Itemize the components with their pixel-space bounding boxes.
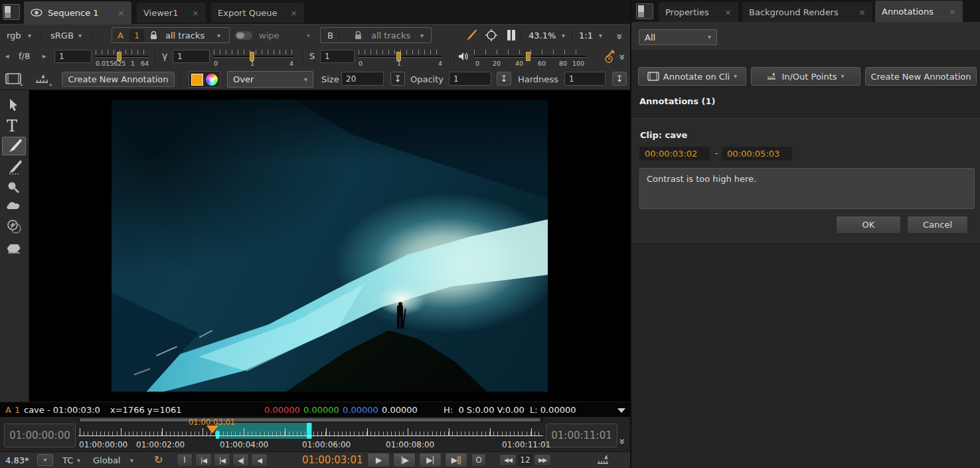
playhead-marker[interactable] — [206, 426, 218, 433]
mark-in-button[interactable]: I — [177, 453, 193, 467]
brush-tool-selected[interactable] — [2, 137, 26, 155]
slider-handle[interactable] — [526, 52, 531, 61]
chevron-down-icon[interactable] — [28, 33, 31, 39]
tab-properties[interactable]: Properties — [659, 2, 738, 22]
current-color-swatch[interactable] — [191, 74, 203, 86]
eye-icon[interactable] — [31, 9, 42, 17]
goto-end-button[interactable]: ▶|| — [445, 453, 467, 467]
playback-speed[interactable]: 4.83* — [5, 455, 29, 465]
input-a-label[interactable]: A — [118, 31, 123, 40]
collapse-row-icon[interactable] — [613, 33, 625, 40]
sample-timer-icon[interactable] — [599, 49, 616, 64]
gain-input[interactable]: 1 — [54, 50, 92, 63]
chevron-down-icon[interactable] — [78, 33, 82, 39]
size-input[interactable]: 20 — [341, 72, 384, 86]
prev-edit-button[interactable]: |◀ — [214, 453, 230, 467]
close-icon[interactable] — [858, 7, 866, 17]
step-back-button[interactable]: ◀| — [232, 453, 249, 467]
annotation-in-timecode[interactable]: 00:00:03:02 — [639, 147, 710, 161]
gamma-slider[interactable]: 0 1 4 — [214, 50, 293, 67]
viewer-canvas[interactable] — [29, 90, 630, 402]
proxy-select[interactable]: 1:1 — [579, 31, 593, 40]
play-forward-button[interactable]: |▶ — [393, 453, 416, 467]
panel-menu-icon[interactable] — [3, 4, 20, 20]
annotate-on-clip-button[interactable]: Annotate on Cli — [638, 67, 746, 86]
next-edit-button[interactable]: ▶| — [419, 453, 442, 467]
create-new-annotation-button-panel[interactable]: Create New Annotation — [865, 67, 977, 86]
tab-export-queue[interactable]: Export Queue — [211, 3, 304, 23]
timeline-scrollbar-track[interactable] — [78, 418, 543, 422]
play-backward-button[interactable]: ◀ — [251, 453, 268, 467]
cloud-tool-icon[interactable] — [6, 200, 21, 211]
chevron-down-icon[interactable] — [599, 33, 602, 39]
annotations-filter-select[interactable]: All — [639, 29, 717, 45]
speaker-icon[interactable] — [458, 52, 469, 61]
saturation-input[interactable]: 1 — [320, 50, 355, 63]
pause-icon[interactable] — [506, 30, 517, 40]
tab-viewer1[interactable]: Viewer1 — [137, 3, 206, 23]
annotate-on-clip-icon[interactable] — [5, 72, 24, 87]
opacity-default-button[interactable]: ↧ — [497, 72, 511, 86]
input-a-index[interactable]: 1 — [129, 29, 144, 42]
eraser-tool-icon[interactable] — [5, 242, 23, 255]
close-icon[interactable] — [118, 8, 125, 18]
volume-slider[interactable]: 0 20 40 60 80 100 — [474, 50, 587, 67]
channels-select[interactable]: rgb — [7, 31, 21, 40]
fps-display[interactable]: 12 — [518, 454, 532, 466]
hardness-default-button[interactable]: ↧ — [612, 72, 627, 86]
color-wheel-icon[interactable] — [206, 74, 218, 86]
flipbook-export-icon[interactable] — [595, 453, 612, 467]
play-button[interactable]: ▶ — [367, 453, 390, 467]
inout-points-button[interactable]: In/Out Points — [751, 67, 860, 86]
panel-menu-icon[interactable] — [636, 3, 653, 19]
fstop-prev-icon[interactable]: ◂ — [5, 52, 9, 60]
lock-icon[interactable] — [149, 31, 158, 40]
chevron-down-icon[interactable] — [77, 457, 80, 464]
hardness-input[interactable]: 1 — [564, 72, 606, 86]
gain-slider[interactable]: 0.015625 1 64 — [96, 50, 149, 67]
text-tool-icon[interactable]: T — [7, 117, 17, 135]
timeline-in-field[interactable]: 01:00:00:00 — [4, 424, 76, 447]
mark-out-button[interactable]: O — [471, 453, 486, 467]
annotation-note-input[interactable]: Contrast is too high here. — [639, 168, 975, 209]
collapse-timeline-icon[interactable] — [616, 438, 628, 445]
guides-overlay-icon[interactable] — [485, 29, 498, 42]
colorspace-select[interactable]: sRGB — [50, 31, 74, 40]
chevron-down-icon[interactable] — [420, 33, 424, 39]
saturation-slider[interactable]: 0 1 4 — [359, 50, 442, 67]
wipe-toggle[interactable] — [235, 31, 252, 40]
input-b-label[interactable]: B — [327, 31, 333, 40]
tracks-b-select[interactable]: all tracks — [371, 31, 410, 40]
select-tool-icon[interactable] — [8, 98, 20, 112]
timecode-mode-select[interactable]: TC — [62, 455, 73, 465]
ok-button[interactable]: OK — [836, 216, 901, 234]
annotate-on-sequence-icon[interactable] — [35, 72, 53, 87]
loop-mode-icon[interactable]: ↻ — [154, 453, 163, 466]
current-timecode[interactable]: 01:00:03:01 — [302, 454, 363, 466]
close-icon[interactable] — [192, 8, 199, 18]
chevron-down-icon[interactable] — [130, 457, 133, 464]
clone-tool-icon[interactable] — [6, 219, 22, 234]
tab-annotations[interactable]: Annotations — [875, 1, 963, 22]
dropper-tool-icon[interactable] — [7, 181, 20, 194]
rewind-button[interactable]: ◀◀ — [499, 454, 517, 466]
collapse-row-icon[interactable] — [616, 54, 628, 60]
annotation-brush-icon[interactable] — [463, 28, 478, 42]
info-dropdown-icon[interactable] — [617, 408, 625, 413]
close-icon[interactable] — [724, 7, 732, 17]
gamma-input[interactable]: 1 — [173, 50, 210, 63]
chevron-down-icon[interactable] — [307, 33, 310, 39]
timeline-scrollbar-thumb[interactable] — [80, 418, 540, 422]
cancel-button[interactable]: Cancel — [907, 216, 968, 234]
range-mode-select[interactable]: Global — [93, 455, 120, 465]
speed-dropdown-button[interactable] — [37, 454, 53, 466]
close-icon[interactable] — [290, 8, 297, 18]
wipe-select[interactable]: wipe — [259, 31, 280, 40]
line-tool-icon[interactable] — [5, 159, 23, 175]
annotation-out-timecode[interactable]: 00:00:05:03 — [722, 147, 792, 161]
size-default-button[interactable]: ↧ — [390, 72, 405, 86]
chevron-down-icon[interactable] — [217, 33, 220, 39]
close-icon[interactable] — [949, 7, 956, 17]
zoom-level-select[interactable]: 43.1% — [529, 31, 556, 40]
create-new-annotation-button[interactable]: Create New Annotation — [62, 72, 175, 87]
